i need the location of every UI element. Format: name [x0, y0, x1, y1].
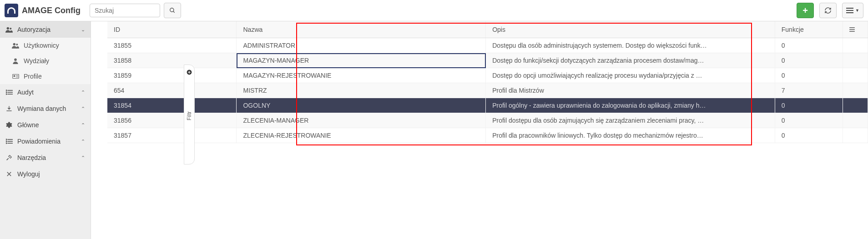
svg-point-18	[6, 92, 7, 93]
chevron-up-icon: ⌃	[81, 139, 85, 144]
sidebar-item-label: Wydziały	[24, 57, 49, 65]
table-cell-func[interactable]: 0	[775, 68, 843, 83]
table-cell-desc[interactable]: Dostępu dla osób administrujących system…	[486, 38, 775, 53]
svg-point-7	[13, 43, 15, 45]
search-icon	[169, 7, 176, 14]
download-icon	[5, 105, 13, 112]
sidebar-subitem-wydzialy[interactable]: Wydziały	[0, 53, 91, 69]
table-cell-spacer	[843, 113, 868, 128]
svg-point-24	[6, 141, 7, 142]
sidebar-item-glowne[interactable]: Główne ⌃	[0, 117, 91, 133]
app-logo	[5, 4, 18, 17]
table-cell-spacer	[843, 38, 868, 53]
table-cell-func[interactable]: 0	[775, 38, 843, 53]
chevron-up-icon: ⌃	[81, 155, 85, 161]
list-icon	[5, 139, 13, 144]
close-icon	[5, 171, 13, 177]
table-cell-desc[interactable]: Profil dla pracowników liniowych. Tylko …	[486, 128, 775, 143]
sidebar-item-powiadomienia[interactable]: Powiadomienia ⌃	[0, 133, 91, 149]
table-cell-spacer	[843, 128, 868, 143]
table-row[interactable]: 31856ZLECENIA-MANAGERProfil dostępu dla …	[107, 113, 868, 128]
sidebar-item-label: Wyloguj	[17, 170, 40, 178]
table-settings-button[interactable]	[843, 21, 868, 38]
table-cell-desc[interactable]: Profil dla Mistrzów	[486, 83, 775, 98]
table-cell-id[interactable]: 31855	[107, 38, 237, 53]
table-row[interactable]: 31859MAGAZYN-REJESTROWANIEDostęp do opcj…	[107, 68, 868, 83]
table-cell-func[interactable]: 0	[775, 98, 843, 113]
gear-icon	[5, 122, 13, 128]
table-cell-name[interactable]: ZLECENIA-REJESTROWANIE	[237, 128, 486, 143]
table-cell-id[interactable]: 31859	[107, 68, 237, 83]
refresh-button[interactable]	[819, 3, 837, 18]
table-cell-name[interactable]: OGOLNY	[237, 98, 486, 113]
table-header-func[interactable]: Funkcje	[775, 21, 843, 38]
plus-icon[interactable]	[187, 70, 192, 75]
add-button[interactable]: +	[797, 3, 814, 18]
sidebar-item-label: Wymiana danych	[17, 105, 66, 112]
sidebar-item-label: Główne	[17, 121, 39, 129]
table-cell-spacer	[843, 83, 868, 98]
table-cell-desc[interactable]: Profil ogólny - zawiera uprawnienia do z…	[486, 98, 775, 113]
svg-point-25	[6, 143, 7, 144]
tools-icon	[5, 154, 13, 161]
filter-tab[interactable]: Filtr	[184, 65, 195, 164]
sidebar-item-label: Autoryzacja	[17, 26, 50, 33]
sidebar-subitem-profile[interactable]: Profile	[0, 69, 91, 84]
search-button[interactable]	[164, 3, 181, 18]
svg-point-6	[10, 28, 11, 30]
sidebar-subitem-uzytkownicy[interactable]: Użytkownicy	[0, 38, 91, 53]
table-cell-id[interactable]: 31854	[107, 98, 237, 113]
table-cell-name[interactable]: ADMINISTRATOR	[237, 38, 486, 53]
table-row[interactable]: 654MISTRZProfil dla Mistrzów7	[107, 83, 868, 98]
table-header-desc[interactable]: Opis	[486, 21, 775, 38]
table-row[interactable]: 31854OGOLNYProfil ogólny - zawiera upraw…	[107, 98, 868, 113]
table-cell-name[interactable]: MAGAZYN-REJESTROWANIE	[237, 68, 486, 83]
hamburger-icon	[849, 27, 855, 32]
search-input[interactable]	[90, 4, 160, 17]
table-cell-id[interactable]: 31856	[107, 113, 237, 128]
sidebar-item-autoryzacja[interactable]: Autoryzacja ⌄	[0, 21, 91, 38]
table-cell-name[interactable]: ZLECENIA-MANAGER	[237, 113, 486, 128]
table-cell-name[interactable]: MAGAZYN-MANAGER	[237, 53, 486, 68]
svg-point-9	[14, 58, 17, 61]
list-icon	[5, 90, 13, 95]
profiles-table: ID Nazwa Opis Funkcje 31855ADMINISTRATOR…	[107, 21, 868, 143]
table-header-name[interactable]: Nazwa	[237, 21, 486, 38]
table-cell-desc[interactable]: Profil dostępu dla osób zajmujących się …	[486, 113, 775, 128]
sidebar-item-label: Audyt	[17, 89, 34, 96]
users-icon	[5, 26, 13, 33]
table-cell-desc[interactable]: Dostęp do opcji umożliwiających realizac…	[486, 68, 775, 83]
hamburger-icon	[846, 7, 853, 14]
svg-point-8	[16, 44, 18, 45]
main-content: Filtr ID Nazwa Opis Funkcje 318	[91, 21, 868, 239]
svg-point-5	[7, 27, 9, 30]
svg-point-23	[6, 139, 7, 140]
table-cell-id[interactable]: 31857	[107, 128, 237, 143]
table-cell-name[interactable]: MISTRZ	[237, 83, 486, 98]
sidebar-item-wyloguj[interactable]: Wyloguj	[0, 166, 91, 182]
filter-label: Filtr	[186, 111, 192, 120]
chevron-down-icon: ⌄	[81, 27, 85, 33]
table-cell-desc[interactable]: Dostęp do funkcji/sekcji dotyczących zar…	[486, 53, 775, 68]
table-header-id[interactable]: ID	[107, 21, 237, 38]
sidebar-item-audyt[interactable]: Audyt ⌃	[0, 84, 91, 100]
id-card-icon	[12, 74, 19, 79]
table-cell-spacer	[843, 98, 868, 113]
menu-button[interactable]: ▼	[842, 3, 863, 18]
chevron-up-icon: ⌃	[81, 122, 85, 128]
table-cell-func[interactable]: 0	[775, 53, 843, 68]
svg-line-1	[173, 11, 175, 13]
table-row[interactable]: 31858MAGAZYN-MANAGERDostęp do funkcji/se…	[107, 53, 868, 68]
table-cell-id[interactable]: 654	[107, 83, 237, 98]
svg-point-19	[6, 94, 7, 95]
table-row[interactable]: 31857ZLECENIA-REJESTROWANIEProfil dla pr…	[107, 128, 868, 143]
table-cell-func[interactable]: 0	[775, 128, 843, 143]
table-row[interactable]: 31855ADMINISTRATORDostępu dla osób admin…	[107, 38, 868, 53]
users-icon	[12, 42, 19, 49]
table-cell-func[interactable]: 7	[775, 83, 843, 98]
sidebar-item-narzedzia[interactable]: Narzędzia ⌃	[0, 149, 91, 166]
table-cell-id[interactable]: 31858	[107, 53, 237, 68]
sidebar-item-wymiana[interactable]: Wymiana danych ⌃	[0, 100, 91, 117]
table-cell-func[interactable]: 0	[775, 113, 843, 128]
topbar: AMAGE Config + ▼	[0, 0, 868, 21]
